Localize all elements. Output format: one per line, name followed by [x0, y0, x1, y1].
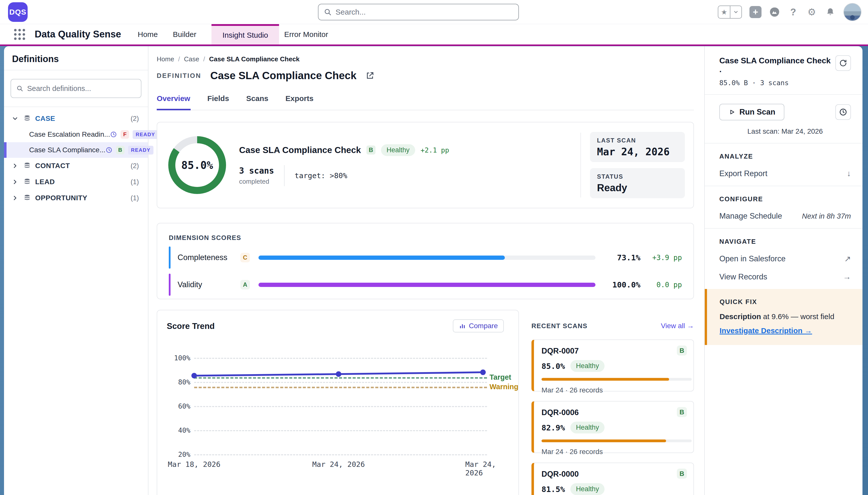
nav-item-builder[interactable]: Builder — [173, 30, 196, 39]
clock-icon — [839, 108, 847, 116]
nav-item-home[interactable]: Home — [138, 30, 158, 39]
setup-gear-icon[interactable]: ⚙ — [806, 6, 817, 18]
action-label: Export Report — [719, 169, 767, 178]
tab-overview[interactable]: Overview — [157, 94, 191, 110]
user-avatar[interactable] — [844, 3, 862, 21]
sidebar-group-lead[interactable]: LEAD (1) — [4, 174, 148, 190]
action-manage-schedule[interactable]: Manage Schedule Next in 8h 37m — [719, 211, 851, 221]
gridline — [194, 406, 487, 407]
status-value: Ready — [597, 182, 678, 193]
recent-scans-header: RECENT SCANS — [531, 322, 587, 330]
tab-scans[interactable]: Scans — [246, 94, 269, 110]
dimension-delta: +3.9 pp — [640, 254, 682, 262]
dimension-scores-header: DIMENSION SCORES — [169, 234, 682, 242]
sidebar-group-case[interactable]: CASE (2) — [4, 110, 148, 126]
y-axis-tick: 100% — [166, 354, 190, 362]
sidebar-group-contact[interactable]: CONTACT (2) — [4, 158, 148, 174]
database-icon — [23, 178, 31, 186]
action-view-records[interactable]: View Records → — [719, 272, 851, 281]
app-canvas: Definitions CASE (2) Case Escalation Rea… — [0, 46, 868, 495]
quick-add-button[interactable]: + — [749, 6, 762, 18]
action-export-report[interactable]: Export Report ↓ — [719, 169, 851, 178]
group-count: (2) — [130, 162, 139, 170]
clock-icon — [106, 147, 112, 154]
nav-item-error-monitor[interactable]: Error Monitor — [284, 30, 328, 39]
group-label: CASE — [35, 115, 55, 123]
notifications-bell-icon[interactable] — [825, 6, 836, 18]
app-title: Data Quality Sense — [35, 29, 121, 40]
download-arrow-icon: ↓ — [847, 169, 851, 178]
progress-fill — [259, 283, 596, 287]
compare-button[interactable]: Compare — [453, 319, 504, 332]
scan-id: DQR-0000 — [542, 470, 686, 479]
scan-card-dqr-0000[interactable]: DQR-0000 B 81.5% Healthy — [531, 463, 694, 495]
definition-label: Case SLA Compliance... — [29, 146, 106, 154]
run-scan-button[interactable]: Run Scan — [719, 104, 784, 120]
target-label: Target — [490, 373, 511, 381]
x-axis-tick: Mar 18, 2026 — [168, 460, 220, 468]
section-header-configure: CONFIGURE — [719, 195, 851, 203]
definitions-search[interactable] — [11, 79, 141, 98]
main-content: Home / Case / Case SLA Compliance Check … — [148, 46, 705, 495]
scan-card-dqr-0006[interactable]: DQR-0006 B 82.9% Healthy Mar 24 · 26 rec… — [531, 401, 694, 453]
progress-track — [542, 378, 692, 381]
last-scan-label: LAST SCAN — [597, 137, 678, 144]
external-arrow-icon: ↗ — [844, 254, 851, 263]
tab-exports[interactable]: Exports — [286, 94, 314, 110]
schedule-clock-button[interactable] — [835, 104, 851, 120]
global-search-input[interactable] — [336, 8, 513, 16]
breadcrumb-home[interactable]: Home — [157, 55, 174, 63]
nav-item-insight-studio[interactable]: Insight Studio — [211, 24, 279, 45]
definitions-search-input[interactable] — [27, 84, 136, 93]
grade-badge: B — [677, 345, 687, 356]
breadcrumb-case[interactable]: Case — [184, 55, 199, 63]
scan-score: 85.0% — [542, 362, 565, 371]
quick-fix-description: Description at 9.6% — worst field — [720, 312, 851, 321]
global-search[interactable] — [318, 4, 519, 20]
topbar-actions: ★ + ? ⚙ — [718, 0, 862, 24]
chevron-down-icon[interactable] — [12, 115, 19, 122]
definition-item-case-sla[interactable]: Case SLA Compliance... B READY — [4, 142, 148, 158]
favorites-star-icon[interactable]: ★ — [718, 6, 730, 18]
health-badge: Healthy — [570, 483, 604, 495]
action-open-in-salesforce[interactable]: Open in Salesforce ↗ — [719, 254, 851, 263]
tab-fields[interactable]: Fields — [207, 94, 230, 110]
nav-items: Home Builder Insight Studio Error Monito… — [138, 24, 343, 45]
quick-fix-section: QUICK FIX Description at 9.6% — worst fi… — [705, 289, 863, 345]
search-icon — [323, 8, 332, 16]
grade-badge: A — [241, 280, 250, 289]
view-all-link[interactable]: View all → — [661, 322, 694, 330]
chevron-right-icon[interactable] — [12, 162, 19, 169]
recent-scans-section: RECENT SCANS View all → DQR-0007 B 85.0%… — [531, 310, 694, 495]
accent-bar — [169, 274, 171, 296]
database-icon — [23, 115, 31, 123]
favorites-button[interactable]: ★ — [718, 5, 742, 19]
definition-item-case-escalation[interactable]: Case Escalation Readin... F READY — [4, 126, 148, 142]
scan-card-dqr-0007[interactable]: DQR-0007 B 85.0% Healthy Mar 24 · 26 rec… — [531, 340, 694, 391]
gauge-score: 85.0% — [168, 136, 226, 194]
refresh-button[interactable] — [835, 55, 851, 71]
app-logo[interactable]: DQS — [8, 2, 28, 22]
bar-chart-icon — [459, 322, 466, 329]
scan-meta: Mar 24 · 26 records — [542, 386, 686, 394]
app-nav-bar: Data Quality Sense Home Builder Insight … — [0, 24, 868, 45]
clock-icon — [110, 131, 117, 138]
play-icon — [728, 108, 736, 116]
favorites-caret-icon[interactable] — [730, 6, 741, 18]
chevron-right-icon[interactable] — [12, 194, 19, 202]
external-link-icon[interactable] — [366, 71, 374, 80]
breadcrumb-separator: / — [178, 55, 180, 63]
x-axis-tick: Mar 24, 2026 — [465, 460, 501, 477]
breadcrumb-separator: / — [203, 55, 205, 63]
help-icon[interactable]: ? — [787, 6, 799, 18]
health-badge: Healthy — [381, 144, 415, 156]
definitions-sidebar: Definitions CASE (2) Case Escalation Rea… — [4, 46, 148, 495]
grade-badge: B — [116, 146, 125, 154]
divider — [284, 165, 285, 186]
chevron-right-icon[interactable] — [12, 178, 19, 185]
app-launcher-icon[interactable] — [14, 29, 25, 40]
sidebar-group-opportunity[interactable]: OPPORTUNITY (1) — [4, 190, 148, 206]
investigate-link[interactable]: Investigate Description → — [720, 326, 812, 335]
trailhead-icon[interactable] — [769, 6, 780, 18]
score-gauge: 85.0% — [168, 136, 226, 194]
